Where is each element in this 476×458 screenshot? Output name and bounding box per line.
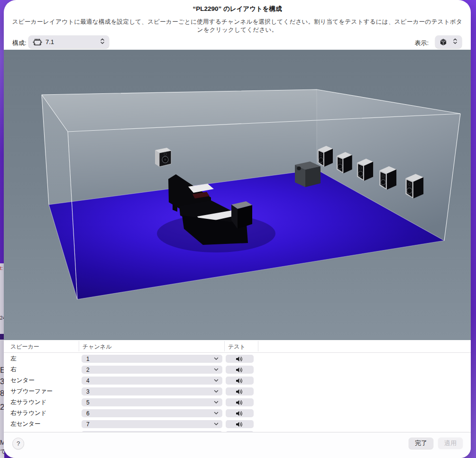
configuration-label: 構成: xyxy=(12,39,27,47)
channel-dropdown[interactable]: 4 xyxy=(82,377,222,385)
speaker-name: 右サラウンド xyxy=(10,408,46,419)
3d-view-icon xyxy=(439,38,447,46)
dialog-title: “PL2290” のレイアウトを構成 xyxy=(4,5,471,13)
column-divider xyxy=(79,341,79,351)
column-header-speaker: スピーカー xyxy=(10,343,39,351)
channel-dropdown[interactable]: 1 xyxy=(82,355,222,363)
test-speaker-button[interactable] xyxy=(226,366,254,374)
channel-value: 7 xyxy=(86,421,214,428)
speaker-name: センター xyxy=(10,375,35,386)
column-header-channel: チャンネル xyxy=(82,343,111,351)
speaker-sound-icon xyxy=(236,411,243,416)
done-button[interactable]: 完了 xyxy=(409,438,433,449)
apply-button: 適用 xyxy=(438,438,463,449)
test-speaker-button[interactable] xyxy=(226,420,254,428)
chevron-down-icon xyxy=(214,422,219,426)
channel-dropdown[interactable]: 3 xyxy=(82,387,222,395)
channel-value: 5 xyxy=(86,399,214,406)
speaker-name: 左 xyxy=(10,353,17,364)
dialog-footer: ? 完了 適用 xyxy=(4,432,471,458)
channel-value: 3 xyxy=(86,388,214,395)
channel-value: 4 xyxy=(86,377,214,384)
table-row: センター 4 xyxy=(4,375,471,386)
test-speaker-button[interactable] xyxy=(226,355,254,363)
speaker-sound-icon xyxy=(236,422,243,427)
table-row: 左 1 xyxy=(4,353,471,364)
speaker-name: 左サラウンド xyxy=(10,397,46,408)
chevron-down-icon xyxy=(214,379,219,382)
speaker-channel-table: 左 1 右 2 センター 4 xyxy=(4,353,471,432)
display-label: 表示: xyxy=(414,39,429,47)
channel-value: 1 xyxy=(86,356,214,362)
subwoofer-3d[interactable] xyxy=(295,162,320,187)
chevron-down-icon xyxy=(214,401,219,404)
test-speaker-button[interactable] xyxy=(226,377,254,385)
table-header: スピーカー チャンネル テスト xyxy=(4,340,471,353)
table-row: 左センター 7 xyxy=(4,419,471,430)
table-row: サブウーファー 3 xyxy=(4,386,471,397)
speaker-sound-icon xyxy=(236,367,243,373)
left-speaker-3d[interactable] xyxy=(155,148,171,167)
configuration-value: 7.1 xyxy=(46,38,100,45)
channel-dropdown[interactable]: 6 xyxy=(82,409,222,417)
channel-dropdown[interactable]: 5 xyxy=(82,398,222,406)
table-row: 左サラウンド 5 xyxy=(4,397,471,408)
channel-value: 2 xyxy=(86,367,214,373)
chevron-down-icon xyxy=(214,390,219,393)
room-3d-view xyxy=(4,50,471,340)
channel-value: 6 xyxy=(86,410,214,417)
speaker-name: 左センター xyxy=(10,419,40,430)
table-row: 右サラウンド 6 xyxy=(4,408,471,419)
chevron-up-down-icon xyxy=(100,38,105,46)
channel-dropdown[interactable]: 2 xyxy=(82,366,222,374)
column-divider xyxy=(224,341,225,351)
chevron-up-down-icon xyxy=(453,38,458,46)
test-speaker-button[interactable] xyxy=(226,409,254,417)
table-row: 右 2 xyxy=(4,364,471,375)
speaker-sound-icon xyxy=(236,356,243,362)
column-divider xyxy=(258,341,258,351)
speaker-name: 右 xyxy=(10,364,17,375)
test-speaker-button[interactable] xyxy=(226,398,254,406)
chevron-down-icon xyxy=(214,357,219,360)
room-3d-viewport[interactable] xyxy=(4,50,471,340)
column-header-test: テスト xyxy=(228,343,246,351)
test-speaker-button[interactable] xyxy=(226,387,254,395)
speaker-name: サブウーファー xyxy=(10,386,53,397)
chevron-down-icon xyxy=(214,412,219,415)
speaker-sound-icon xyxy=(236,389,243,395)
dialog-subtitle: スピーカーレイアウトに最適な構成を設定して、スピーカーごとに使用するチャンネルを… xyxy=(9,18,465,34)
display-mode-dropdown[interactable] xyxy=(435,36,462,48)
chevron-down-icon xyxy=(214,368,219,371)
speaker-configuration-dialog: “PL2290” のレイアウトを構成 スピーカーレイアウトに最適な構成を設定して… xyxy=(4,0,471,458)
speaker-sound-icon xyxy=(236,400,243,405)
speaker-sound-icon xyxy=(236,378,243,384)
configuration-dropdown[interactable]: 7.1 xyxy=(28,36,109,48)
help-button[interactable]: ? xyxy=(12,438,24,449)
channel-dropdown[interactable]: 7 xyxy=(82,420,222,428)
speaker-layout-icon xyxy=(33,38,42,46)
